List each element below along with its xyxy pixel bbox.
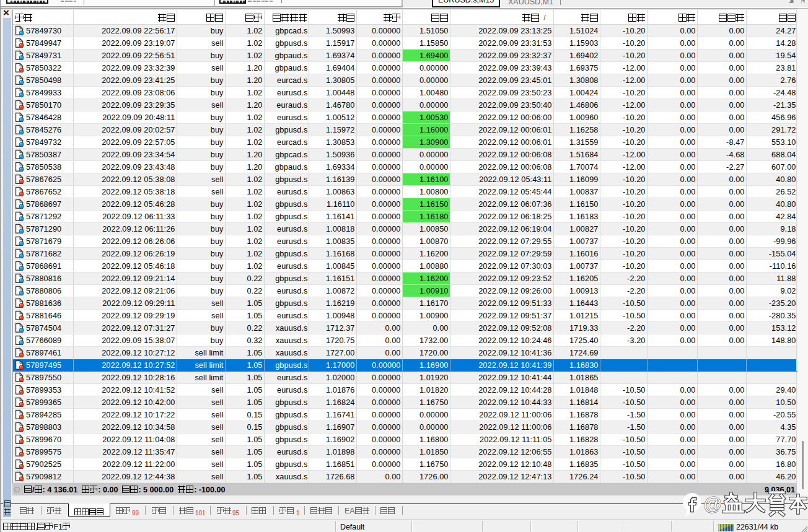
svg-text:@: @ <box>703 494 722 514</box>
